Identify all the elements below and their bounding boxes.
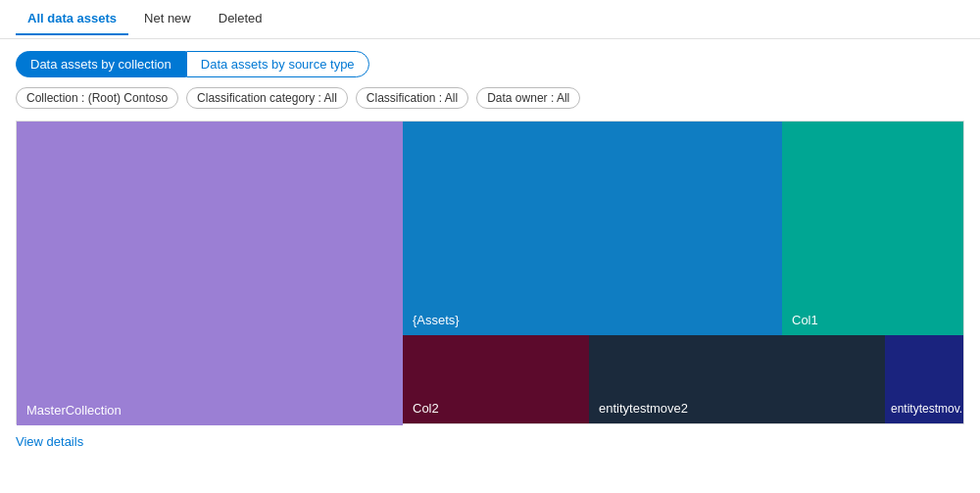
tile-entitymov-label: entitytestmov... [891,402,961,416]
filter-chip-classcat[interactable]: Classification category : All [186,87,348,109]
filter-chip-dataowner[interactable]: Data owner : All [476,87,580,109]
tab-all-data-assets[interactable]: All data assets [16,3,128,35]
tile-col1-label: Col1 [792,313,818,327]
toggle-by-source-type[interactable]: Data assets by source type [186,51,369,77]
tile-master-collection[interactable]: MasterCollection [17,122,403,425]
filter-chip-classification[interactable]: Classification : All [356,87,468,109]
filter-chip-collection[interactable]: Collection : (Root) Contoso [16,87,178,109]
tile-entity-testmove2[interactable]: entitytestmove2 [589,335,885,423]
filter-row: Collection : (Root) Contoso Classificati… [16,87,964,109]
tab-deleted[interactable]: Deleted [207,3,274,35]
top-tabs-bar: All data assets Net new Deleted [0,0,980,39]
tile-col2-label: Col2 [413,401,439,416]
tile-assets[interactable]: {Assets} [403,122,782,335]
tile-col2[interactable]: Col2 [403,335,589,423]
treemap-right-top: {Assets} Col1 [403,122,963,335]
treemap-chart: MasterCollection {Assets} Col1 Col2 enti… [16,121,964,424]
tile-entity-testmov[interactable]: entitytestmov... [885,335,963,423]
tile-assets-label: {Assets} [413,313,460,327]
tile-master-label: MasterCollection [26,403,122,418]
view-details-link[interactable]: View details [16,434,83,449]
treemap-right: {Assets} Col1 Col2 entitytestmove2 entit… [403,122,963,423]
toggle-by-collection[interactable]: Data assets by collection [16,51,186,77]
tile-col1[interactable]: Col1 [782,122,963,335]
tile-entity2-label: entitytestmove2 [599,401,688,416]
main-content: Data assets by collection Data assets by… [0,39,980,461]
treemap-right-bottom: Col2 entitytestmove2 entitytestmov... [403,335,963,423]
view-toggle-group: Data assets by collection Data assets by… [16,51,964,77]
tab-net-new[interactable]: Net new [132,3,203,35]
